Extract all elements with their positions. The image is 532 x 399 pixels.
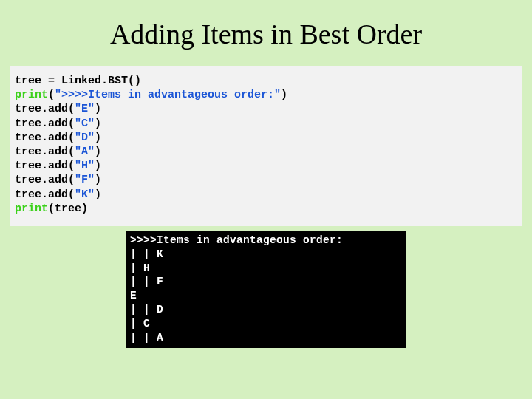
code-text: tree.add( <box>15 132 75 144</box>
code-string: "F" <box>75 174 95 186</box>
code-text: ( <box>48 89 55 101</box>
output-line: | | K <box>130 248 163 260</box>
code-text: ) <box>281 89 287 101</box>
code-line: tree = Linked.BST() <box>15 74 517 88</box>
code-line: print(tree) <box>15 202 517 216</box>
output-container: >>>>Items in advantageous order: | | K |… <box>10 231 522 348</box>
code-string: "C" <box>75 117 95 130</box>
output-line: | | F <box>130 276 163 287</box>
code-text: ) <box>95 188 101 201</box>
code-text: ) <box>95 132 101 144</box>
code-text: tree.add( <box>15 188 75 201</box>
output-line: >>>>Items in advantageous order: <box>130 234 343 246</box>
code-text: ) <box>95 117 101 130</box>
output-line: | C <box>130 318 150 330</box>
code-text: ) <box>95 146 101 158</box>
terminal-output: >>>>Items in advantageous order: | | K |… <box>126 231 406 348</box>
code-keyword: print <box>15 202 48 215</box>
code-line: print(">>>>Items in advantageous order:"… <box>15 88 517 102</box>
code-line: tree.add("D") <box>15 131 517 145</box>
code-string: "E" <box>75 103 95 115</box>
code-text: ) <box>95 174 101 186</box>
code-string: "D" <box>75 132 95 144</box>
output-line: E <box>130 290 137 301</box>
code-text: tree.add( <box>15 160 75 172</box>
slide-title: Adding Items in Best Order <box>10 18 522 50</box>
code-text: tree.add( <box>15 117 75 130</box>
code-string: "A" <box>75 146 95 158</box>
output-line: | | A <box>130 332 163 344</box>
code-line: tree.add("F") <box>15 173 517 187</box>
code-block: tree = Linked.BST()print(">>>>Items in a… <box>10 66 522 226</box>
code-keyword: print <box>15 89 48 101</box>
code-string: "K" <box>75 188 95 201</box>
slide: Adding Items in Best Order tree = Linked… <box>0 0 532 399</box>
code-string: ">>>>Items in advantageous order:" <box>55 89 281 101</box>
code-line: tree.add("K") <box>15 188 517 202</box>
output-line: | | D <box>130 304 163 316</box>
code-line: tree.add("C") <box>15 117 517 131</box>
code-text: tree.add( <box>15 103 75 115</box>
code-line: tree.add("A") <box>15 145 517 159</box>
code-text: tree.add( <box>15 146 75 158</box>
code-line: tree.add("E") <box>15 102 517 116</box>
code-text: (tree) <box>48 202 88 215</box>
code-line: tree.add("H") <box>15 159 517 173</box>
output-line: | H <box>130 262 150 274</box>
code-string: "H" <box>75 160 95 172</box>
code-text: tree.add( <box>15 174 75 186</box>
code-text: ) <box>95 160 101 172</box>
code-text: ) <box>95 103 101 115</box>
code-text: tree = Linked.BST() <box>15 75 141 87</box>
